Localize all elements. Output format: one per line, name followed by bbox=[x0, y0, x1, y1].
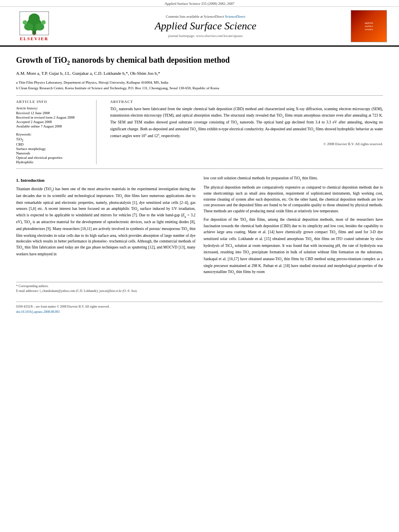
sciencedirect-link: Contents lists available at ScienceDirec… bbox=[60, 14, 351, 18]
journal-cover-area: applied surface science bbox=[351, 10, 391, 42]
keywords-section: Keywords: TiO2 CBD Surface morphology Na… bbox=[16, 132, 90, 164]
elsevier-logo: ELSEVIER bbox=[8, 11, 60, 41]
article-title-text: Growth of TiO bbox=[16, 55, 67, 64]
affiliation-b: b Clean Energy Research Center, Korea In… bbox=[16, 85, 383, 91]
intro-paragraph-1: Titanium dioxide (TiO2) has been one of … bbox=[16, 186, 195, 257]
authors-line: A.M. More a, T.P. Gujar b, J.L. Gunjakar… bbox=[16, 70, 383, 77]
journal-homepage: journal homepage: www.elsevier.com/locat… bbox=[60, 34, 351, 38]
keyword-5: Optical and electrical properties bbox=[16, 156, 90, 160]
elsevier-tree-icon bbox=[18, 11, 50, 35]
intro-paragraph-3: The physical deposition methods are comp… bbox=[204, 185, 383, 214]
corresponding-author-note: * Corresponding authors. bbox=[16, 284, 383, 289]
journal-name: Applied Surface Science bbox=[60, 20, 351, 32]
affiliation-a: a Thin Film Physics Laboratory, Departme… bbox=[16, 80, 383, 85]
keyword-2: CBD bbox=[16, 142, 90, 146]
keyword-6: Hydrophilic bbox=[16, 160, 90, 164]
svg-rect-7 bbox=[33, 33, 35, 35]
article-info-column: ARTICLE INFO Article history: Received 1… bbox=[16, 100, 97, 165]
authors-text: A.M. More a, T.P. Gujar b, J.L. Gunjakar… bbox=[16, 71, 160, 76]
keyword-4: Nanorods bbox=[16, 151, 90, 155]
copyright-text: © 2008 Elsevier B.V. All rights reserved… bbox=[110, 142, 383, 146]
svg-point-4 bbox=[29, 14, 40, 24]
keywords-label: Keywords: bbox=[16, 132, 90, 136]
sciencedirect-anchor[interactable]: ScienceDirect bbox=[225, 14, 245, 18]
keyword-1: TiO2 bbox=[16, 137, 90, 142]
publisher-logo-area: ELSEVIER bbox=[8, 11, 60, 41]
article-meta-section: ARTICLE INFO Article history: Received 1… bbox=[16, 95, 383, 169]
footer: 0169-4332/$ – see front matter © 2008 El… bbox=[16, 302, 383, 314]
journal-header: ELSEVIER Contents lists available at Sci… bbox=[0, 7, 399, 47]
available-date: Available online 7 August 2008 bbox=[16, 124, 90, 128]
received-date: Received 12 June 2008 bbox=[16, 111, 90, 115]
footnote-area: * Corresponding authors. E-mail addresse… bbox=[16, 282, 383, 294]
journal-citation: Applied Surface Science 255 (2008) 2682–… bbox=[0, 0, 399, 7]
abstract-text: TiO2 nanorods have been fabricated from … bbox=[110, 106, 383, 139]
affiliations: a Thin Film Physics Laboratory, Departme… bbox=[16, 80, 383, 91]
body-left-column: 1. Introduction Titanium dioxide (TiO2) … bbox=[16, 175, 195, 278]
body-right-column: low cost soft solution chemical methods … bbox=[204, 175, 383, 278]
abstract-title: ABSTRACT bbox=[110, 100, 383, 104]
article-title: Growth of TiO2 nanorods by chemical bath… bbox=[16, 55, 383, 67]
svg-point-5 bbox=[23, 20, 27, 25]
journal-cover-image: applied surface science bbox=[351, 10, 387, 42]
article-content: Growth of TiO2 nanorods by chemical bath… bbox=[0, 47, 399, 322]
issn-text: 0169-4332/$ – see front matter © 2008 El… bbox=[16, 304, 383, 309]
journal-title-area: Contents lists available at ScienceDirec… bbox=[60, 14, 351, 38]
body-columns: 1. Introduction Titanium dioxide (TiO2) … bbox=[16, 175, 383, 278]
section1-heading: 1. Introduction bbox=[16, 177, 195, 184]
accepted-date: Accepted 2 August 2008 bbox=[16, 120, 90, 124]
keyword-3: Surface morphology bbox=[16, 147, 90, 151]
article-info-title: ARTICLE INFO bbox=[16, 100, 90, 104]
article-title-sub: 2 bbox=[67, 60, 70, 66]
citation-text: Applied Surface Science 255 (2008) 2682–… bbox=[165, 2, 234, 6]
history-label: Article history: bbox=[16, 106, 90, 110]
received-revised-date: Received in revised form 2 August 2008 bbox=[16, 115, 90, 119]
cover-text: applied surface science bbox=[365, 21, 373, 31]
article-title-suffix: nanorods by chemical bath deposition met… bbox=[70, 55, 230, 64]
abstract-section: ABSTRACT TiO2 nanorods have been fabrica… bbox=[105, 100, 383, 165]
elsevier-wordmark: ELSEVIER bbox=[20, 36, 49, 41]
svg-point-6 bbox=[41, 20, 46, 25]
intro-paragraph-2: low cost soft solution chemical methods … bbox=[204, 175, 383, 182]
doi-text: doi:10.1016/j.apsusc.2008.08.003 bbox=[16, 310, 383, 314]
email-note: E-mail addresses: l_chandrakant@yahoo.co… bbox=[16, 289, 383, 294]
intro-paragraph-4: For deposition of the TiO2 thin films, a… bbox=[204, 217, 383, 276]
